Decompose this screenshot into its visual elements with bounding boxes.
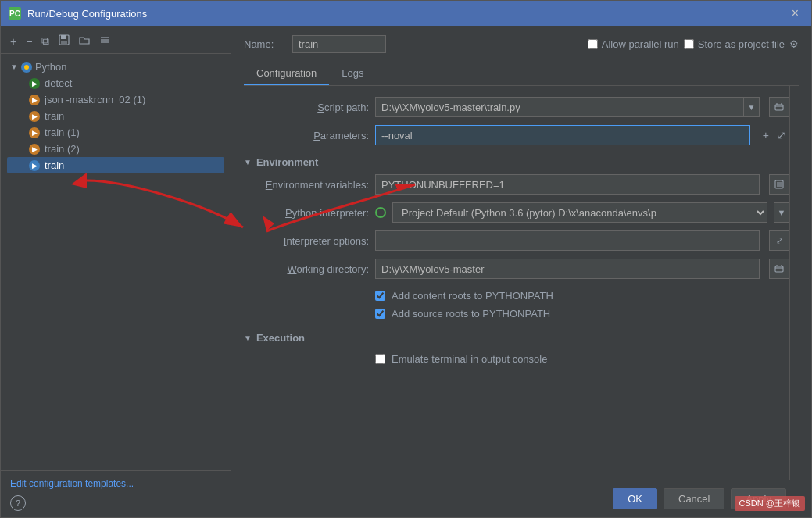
working-dir-browse[interactable] xyxy=(769,259,789,279)
sidebar-tree: ▼ Python ▶ detect ▶ json -maskrcnn_02 (1… xyxy=(1,54,231,470)
add-content-roots-label: Add content roots to PYTHONPATH xyxy=(392,290,553,302)
config-label-json: json -maskrcnn_02 (1) xyxy=(45,94,145,105)
tab-logs[interactable]: Logs xyxy=(329,63,376,85)
emulate-terminal-checkbox[interactable] xyxy=(375,354,385,364)
add-content-roots-checkbox[interactable] xyxy=(375,291,385,301)
store-project-label[interactable]: Store as project file xyxy=(684,38,785,50)
environment-section-header[interactable]: ▼ Environment xyxy=(244,153,789,174)
add-content-roots-row: Add content roots to PYTHONPATH xyxy=(244,287,789,305)
store-project-checkbox[interactable] xyxy=(684,39,694,49)
title-bar: PC Run/Debug Configurations × xyxy=(1,1,811,26)
add-config-button[interactable]: + xyxy=(7,34,20,49)
allow-parallel-checkbox[interactable] xyxy=(588,39,598,49)
params-add-button[interactable]: + xyxy=(760,127,772,143)
store-project-text: Store as project file xyxy=(698,38,785,50)
add-source-roots-label: Add source roots to PYTHONPATH xyxy=(392,308,550,320)
config-label-train: train xyxy=(45,110,64,122)
app-icon: PC xyxy=(9,7,21,20)
config-item-train[interactable]: ▶ train xyxy=(7,108,224,124)
execution-arrow-icon: ▼ xyxy=(244,334,252,342)
python-section: ▼ Python ▶ detect ▶ json -maskrcnn_02 (1… xyxy=(1,57,231,175)
env-variables-browse[interactable] xyxy=(769,174,789,195)
python-label: Python xyxy=(35,61,66,73)
interp-options-row: Interpreter options: ⤢ xyxy=(244,230,789,251)
sidebar: + − ⧉ ▼ Python xyxy=(1,26,231,517)
run-icon-train-selected: ▶ xyxy=(29,160,40,171)
params-actions: + ⤢ xyxy=(760,127,789,143)
environment-label: Environment xyxy=(256,156,318,168)
copy-config-button[interactable]: ⧉ xyxy=(38,33,52,49)
scrollbar xyxy=(789,86,799,480)
cancel-button[interactable]: Cancel xyxy=(664,488,724,509)
name-label: Name: xyxy=(244,38,283,50)
config-item-train1[interactable]: ▶ train (1) xyxy=(7,124,224,141)
apply-button[interactable]: Apply xyxy=(731,488,786,509)
interpreter-status-icon xyxy=(375,207,386,218)
interpreter-row: Project Default (Python 3.6 (pytor) D:\x… xyxy=(375,202,789,223)
script-path-row: Script path: ▼ xyxy=(244,97,789,117)
config-panel: Script path: ▼ Parameters: xyxy=(244,86,789,480)
script-path-dropdown[interactable]: ▼ xyxy=(744,97,760,117)
config-item-detect[interactable]: ▶ detect xyxy=(7,75,224,91)
config-content: Script path: ▼ Parameters: xyxy=(244,86,799,480)
run-debug-dialog: PC Run/Debug Configurations × + − ⧉ xyxy=(0,0,812,518)
ok-button[interactable]: OK xyxy=(613,488,657,509)
dialog-content: + − ⧉ ▼ Python xyxy=(1,26,811,517)
sidebar-footer: Edit configuration templates... ? xyxy=(1,470,231,517)
interp-options-expand[interactable]: ⤢ xyxy=(769,230,789,251)
working-dir-input[interactable] xyxy=(375,259,760,279)
parameters-input[interactable] xyxy=(375,125,750,145)
python-arrow: ▼ xyxy=(10,63,18,71)
working-dir-row: Working directory: xyxy=(244,259,789,279)
main-panel: Name: Allow parallel run Store as projec… xyxy=(231,26,811,517)
dialog-title: Run/Debug Configurations xyxy=(27,8,147,20)
run-icon-json: ▶ xyxy=(29,95,40,105)
add-source-roots-checkbox[interactable] xyxy=(375,309,385,319)
sort-config-button[interactable] xyxy=(96,33,113,49)
interpreter-browse[interactable]: ▼ xyxy=(774,202,789,223)
allow-parallel-label[interactable]: Allow parallel run xyxy=(588,38,679,50)
environment-arrow-icon: ▼ xyxy=(244,158,252,166)
python-icon xyxy=(21,62,32,73)
save-config-button[interactable] xyxy=(55,33,73,49)
config-item-train-selected[interactable]: ▶ train xyxy=(7,157,224,173)
folder-config-button[interactable] xyxy=(76,33,93,49)
close-button[interactable]: × xyxy=(787,5,803,22)
env-variables-label: Environment variables: xyxy=(244,179,369,191)
env-variables-input[interactable] xyxy=(375,174,760,195)
params-expand-button[interactable]: ⤢ xyxy=(774,127,789,143)
script-path-input[interactable] xyxy=(375,97,744,117)
run-icon-train: ▶ xyxy=(29,111,40,122)
remove-config-button[interactable]: − xyxy=(23,34,35,49)
run-icon-train2: ▶ xyxy=(29,144,40,155)
config-label-train-selected: train xyxy=(45,159,64,171)
script-path-browse[interactable] xyxy=(769,97,789,117)
config-label-detect: detect xyxy=(45,77,72,89)
name-input[interactable] xyxy=(292,35,386,53)
svg-rect-2 xyxy=(61,41,67,44)
edit-templates-link[interactable]: Edit configuration templates... xyxy=(10,478,134,489)
parameters-label: Parameters: xyxy=(244,130,369,141)
config-item-train2[interactable]: ▶ train (2) xyxy=(7,141,224,157)
execution-section-header[interactable]: ▼ Execution xyxy=(244,329,789,350)
env-variables-row: Environment variables: xyxy=(244,174,789,195)
svg-rect-1 xyxy=(61,35,66,39)
help-button[interactable]: ? xyxy=(10,495,26,511)
interpreter-select[interactable]: Project Default (Python 3.6 (pytor) D:\x… xyxy=(392,202,767,223)
config-label-train2: train (2) xyxy=(45,143,80,155)
config-item-json[interactable]: ▶ json -maskrcnn_02 (1) xyxy=(7,91,224,108)
python-parent[interactable]: ▼ Python xyxy=(7,59,224,75)
sidebar-toolbar: + − ⧉ xyxy=(1,29,231,54)
python-interp-label: Python interpreter: xyxy=(244,207,369,219)
run-icon-train1: ▶ xyxy=(29,127,40,138)
python-interp-row: Python interpreter: Project Default (Pyt… xyxy=(244,202,789,223)
svg-rect-6 xyxy=(775,105,783,110)
parameters-row: Parameters: + ⤢ xyxy=(244,125,789,145)
interp-options-input[interactable] xyxy=(375,230,760,251)
emulate-terminal-label: Emulate terminal in output console xyxy=(392,353,547,365)
svg-rect-11 xyxy=(775,266,783,272)
title-bar-left: PC Run/Debug Configurations xyxy=(9,7,147,20)
allow-parallel-text: Allow parallel run xyxy=(602,38,679,50)
settings-icon[interactable]: ⚙ xyxy=(789,38,799,50)
tab-configuration[interactable]: Configuration xyxy=(244,63,329,85)
